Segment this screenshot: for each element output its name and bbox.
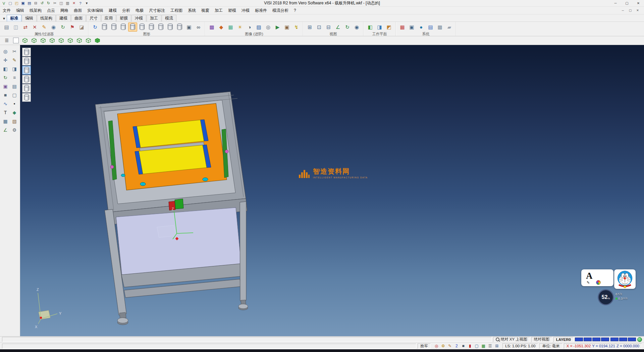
progress-circle[interactable]: 52 % (598, 289, 614, 305)
layer-swatch[interactable] (584, 338, 592, 341)
menu-system[interactable]: 系统 (185, 7, 199, 14)
visibility-filter-icon[interactable]: ◉ (49, 23, 58, 32)
tab-wireframe[interactable]: 线架构 (37, 15, 56, 21)
section-mode-icon[interactable] (156, 23, 165, 32)
solid-box-icon[interactable]: ▣ (1, 82, 10, 91)
layer-status-icon[interactable]: ▦ (480, 343, 486, 349)
font-tool-label[interactable]: A (586, 271, 593, 281)
eye-view-icon[interactable]: ◉ (352, 23, 361, 32)
hidden-line-mode-icon[interactable] (109, 23, 118, 32)
viewport-menu-icon[interactable]: ☰ (3, 37, 11, 45)
taskbar[interactable] (0, 349, 644, 352)
swap-attributes-icon[interactable]: ⇄ (21, 23, 30, 32)
sheet-icon[interactable]: ▤ (10, 82, 19, 91)
color-table-icon[interactable]: ▦ (398, 23, 407, 32)
print-icon[interactable]: ⊟ (33, 1, 39, 6)
cad-link-icon[interactable]: ▰ (445, 23, 454, 32)
tab-modeling[interactable]: 建模 (56, 15, 71, 21)
filter-surfaces-icon[interactable] (22, 66, 31, 75)
menu-dimension[interactable]: 尺寸标注 (146, 7, 168, 14)
pen-tool-icon[interactable]: ✎ (587, 280, 590, 285)
sketch-icon[interactable]: ✎ (10, 56, 19, 64)
minimize-button[interactable]: ─ (610, 0, 621, 6)
gear-status-icon[interactable]: ⚙ (440, 343, 446, 349)
mdi-restore-button[interactable]: ▢ (627, 9, 634, 12)
angle-icon[interactable]: ∠ (1, 126, 10, 134)
cube-tool-icon[interactable]: ■ (1, 91, 10, 99)
surface-tool-icon[interactable]: ◆ (10, 108, 19, 117)
save-file-icon[interactable]: ▣ (20, 1, 26, 6)
tab-dimension[interactable]: 尺寸 (86, 15, 101, 21)
copy-icon[interactable]: ◫ (58, 1, 64, 6)
cube-status-icon[interactable]: ■ (460, 343, 466, 349)
bottom-view-icon[interactable] (75, 37, 83, 45)
lightning-render-icon[interactable]: ↯ (292, 23, 301, 32)
menu-analysis[interactable]: 分析 (119, 7, 133, 14)
menu-electrode[interactable]: 电极 (133, 7, 146, 14)
snapshot-icon[interactable]: ▣ (282, 23, 291, 32)
back-view-icon[interactable] (66, 37, 74, 45)
zebra-analysis-icon[interactable] (175, 23, 184, 32)
filter-edit-icon[interactable]: ✎ (40, 23, 49, 32)
mdi-minimize-button[interactable]: ─ (619, 9, 627, 12)
model-leg-right[interactable] (240, 202, 246, 301)
grid-status-icon[interactable]: ⊞ (494, 343, 500, 349)
tab-moldflow[interactable]: 模流 (162, 15, 176, 21)
bar-status-icon[interactable]: ▮ (467, 343, 473, 349)
menu-file[interactable]: 文件 (0, 7, 13, 14)
layer-swatch[interactable] (619, 338, 627, 341)
filter-all-icon[interactable] (22, 48, 31, 56)
rotate-icon[interactable]: ↻ (1, 73, 10, 82)
workplane-edit-icon[interactable]: ◩ (384, 23, 393, 32)
layer-swatch[interactable] (592, 338, 600, 341)
attributes-icon[interactable]: ▤ (2, 23, 11, 32)
grid-icon[interactable]: ▦ (1, 117, 10, 126)
hatch-icon[interactable]: ▧ (10, 117, 19, 126)
shell-icon[interactable]: ▢ (10, 91, 19, 99)
transparent-mode-icon[interactable] (147, 23, 156, 32)
layer-swatch[interactable] (601, 338, 609, 341)
save-all-icon[interactable]: ▤ (26, 1, 32, 6)
curve-icon[interactable]: ∿ (1, 99, 10, 108)
offset-icon[interactable]: ≡ (10, 73, 19, 82)
viewport-3d[interactable]: Z Z Y X (20, 45, 644, 336)
select-icon[interactable]: ◎ (1, 47, 10, 56)
menu-edit[interactable]: 编辑 (13, 7, 27, 14)
doraemon-widget[interactable]: A ✎ (581, 269, 636, 289)
draft-analysis-icon[interactable] (166, 23, 175, 32)
axonometric-view-icon[interactable] (84, 37, 92, 45)
tab-application[interactable]: 应用 (101, 15, 116, 21)
tab-die[interactable]: 冲模 (131, 15, 146, 21)
snap-status-icon[interactable]: ◎ (433, 343, 439, 349)
tab-machining[interactable]: 加工 (147, 15, 161, 21)
cad-model[interactable]: Z Z Y X (20, 45, 644, 336)
glasses-icon[interactable]: ∞ (194, 23, 203, 32)
palette-icon[interactable] (596, 280, 601, 285)
filter-solids-icon[interactable] (22, 57, 31, 65)
menu-help[interactable]: ? (291, 7, 299, 14)
open-file-icon[interactable]: ◰ (14, 1, 19, 6)
units-indicator[interactable]: 单位: 毫米 (539, 343, 562, 349)
box-display-icon[interactable]: ▣ (184, 23, 194, 32)
doraemon-tool-panel[interactable]: A ✎ (581, 269, 613, 286)
help-icon[interactable]: ? (77, 1, 83, 6)
text-tool-icon[interactable]: T (1, 108, 10, 117)
flag-filter-icon[interactable]: ⚑ (68, 23, 77, 32)
split-icon[interactable]: ◨ (10, 64, 19, 73)
camera-icon[interactable]: ◎ (264, 23, 273, 32)
filter-delete-icon[interactable]: ✕ (30, 23, 39, 32)
mdi-close-button[interactable]: ✕ (634, 9, 641, 12)
redraw-icon[interactable]: ↻ (91, 23, 100, 32)
view-mode-indicator[interactable]: 绝对 XY 上视图 (493, 337, 530, 342)
new-file-icon[interactable]: ▢ (7, 1, 13, 6)
texture-icon[interactable]: ▦ (226, 23, 235, 32)
layer-swatch[interactable] (610, 338, 619, 341)
measure-icon[interactable]: ∠ (333, 23, 342, 32)
filter-wireframe-icon[interactable] (22, 75, 31, 84)
snap-grid-icon[interactable]: ▩ (435, 23, 444, 32)
shaded-mode-icon[interactable] (128, 23, 137, 32)
workplane-indicator-icon[interactable] (12, 37, 20, 45)
paste-icon[interactable]: ▥ (65, 1, 70, 6)
tab-molding[interactable]: 塑膜 (116, 15, 131, 21)
menu-surface[interactable]: 曲面 (71, 7, 85, 14)
